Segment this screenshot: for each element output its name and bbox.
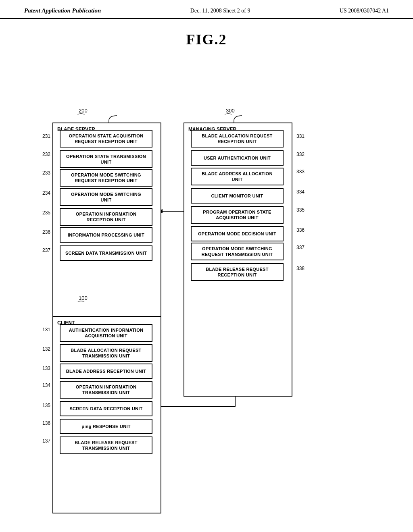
brace-100: ⌒: [77, 299, 86, 311]
ref-136: 136: [42, 420, 50, 426]
brace-300: ⌒: [224, 112, 233, 124]
ref-336: 336: [296, 227, 305, 233]
ref-232: 232: [42, 152, 50, 157]
unit-231: OPERATION STATE ACQUISITION REQUEST RECE…: [60, 130, 152, 148]
ref-132: 132: [42, 346, 50, 352]
ref-332: 332: [296, 152, 305, 157]
unit-135: SCREEN DATA RECEPTION UNIT: [60, 401, 152, 416]
ref-338: 338: [296, 266, 305, 271]
figure-title: FIG.2: [0, 31, 413, 48]
unit-232: OPERATION STATE TRANSMISSION UNIT: [60, 150, 152, 168]
unit-136: ping RESPONSE UNIT: [60, 419, 152, 434]
ref-137: 137: [42, 438, 50, 444]
brace-200: ⌒: [77, 112, 86, 124]
unit-335: PROGRAM OPERATION STATE ACQUISITION UNIT: [191, 206, 284, 224]
page-header: Patent Application Publication Dec. 11, …: [0, 0, 413, 19]
ref-333: 333: [296, 169, 305, 175]
ref-237: 237: [42, 247, 50, 253]
unit-338: BLADE RELEASE REQUEST RECEPTION UNIT: [191, 263, 284, 281]
ref-335: 335: [296, 207, 305, 213]
header-left: Patent Application Publication: [24, 7, 101, 14]
unit-334: CLIENT MONITOR UNIT: [191, 188, 284, 204]
unit-234: OPERATION MODE SWITCHING UNIT: [60, 188, 152, 206]
ref-131: 131: [42, 327, 50, 332]
ref-235: 235: [42, 210, 50, 216]
unit-131: AUTHENTICATION INFORMATION ACQUISITION U…: [60, 324, 152, 342]
ref-331: 331: [296, 133, 305, 139]
unit-332: USER AUTHENTICATION UNIT: [191, 150, 284, 166]
ref-233: 233: [42, 170, 50, 176]
unit-134: OPERATION INFORMATION TRANSMISSION UNIT: [60, 381, 152, 399]
unit-233: OPERATION MODE SWITCHING REQUEST RECEPTI…: [60, 169, 152, 187]
unit-337: OPERATION MODE SWITCHING REQUEST TRANSMI…: [191, 243, 284, 260]
unit-237: SCREEN DATA TRANSMISSION UNIT: [60, 245, 152, 261]
ref-236: 236: [42, 229, 50, 235]
unit-331: BLADE ALLOCATION REQUEST RECEPTION UNIT: [191, 130, 284, 148]
ref-135: 135: [42, 403, 50, 408]
unit-236: INFORMATION PROCESSING UNIT: [60, 227, 152, 243]
diagram-area: BLADE SERVER 200 ⌒ 231 OPERATION STATE A…: [0, 56, 413, 524]
unit-132: BLADE ALLOCATION REQUEST TRANSMISSION UN…: [60, 344, 152, 362]
ref-337: 337: [296, 245, 305, 250]
header-right: US 2008/0307042 A1: [340, 8, 389, 14]
ref-134: 134: [42, 382, 50, 388]
unit-133: BLADE ADDRESS RECEPTION UNIT: [60, 364, 152, 379]
header-center: Dec. 11, 2008 Sheet 2 of 9: [190, 8, 250, 14]
unit-336: OPERATION MODE DECISION UNIT: [191, 226, 284, 241]
unit-235: OPERATION INFORMATION RECEPTION UNIT: [60, 208, 152, 226]
ref-334: 334: [296, 189, 305, 195]
unit-137: BLADE RELEASE REQUEST TRANSMISSION UNIT: [60, 436, 152, 454]
ref-234: 234: [42, 190, 50, 196]
unit-333: BLADE ADDRESS ALLOCATION UNIT: [191, 168, 284, 185]
ref-133: 133: [42, 366, 50, 371]
